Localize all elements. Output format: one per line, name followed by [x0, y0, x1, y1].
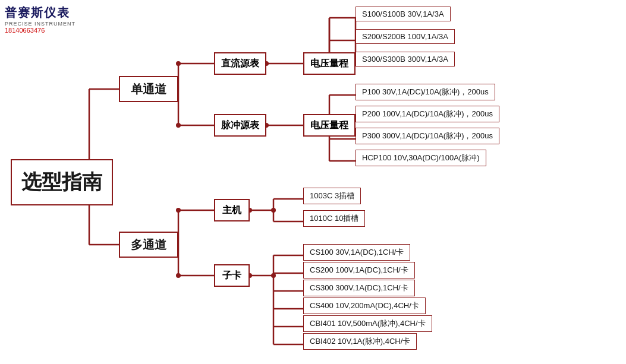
leaf-subcard-5: CBI402 10V,1A(脉冲),4CH/卡 [303, 333, 417, 350]
node-dc-voltage: 电压量程 [303, 52, 356, 75]
leaf-mainframe-1: 1010C 10插槽 [303, 210, 365, 227]
svg-point-42 [176, 273, 181, 278]
page-container: 普赛斯仪表 PRECISE INSTRUMENT 18140663476 [0, 0, 626, 364]
leaf-pulse-3: HCP100 10V,30A(DC)/100A(脉冲) [356, 150, 486, 166]
leaf-dc-1: S200/S200B 100V,1A/3A [356, 29, 455, 44]
leaf-mainframe-0-text: 1003C 3插槽 [310, 191, 354, 201]
leaf-pulse-0-text: P100 30V,1A(DC)/10A(脉冲)，200us [362, 87, 489, 97]
leaf-subcard-2: CS300 300V,1A(DC),1CH/卡 [303, 280, 415, 296]
logo-en: PRECISE INSTRUMENT [5, 21, 88, 27]
leaf-subcard-0: CS100 30V,1A(DC),1CH/卡 [303, 244, 410, 261]
svg-point-41 [176, 208, 181, 213]
leaf-pulse-0: P100 30V,1A(DC)/10A(脉冲)，200us [356, 84, 495, 100]
svg-point-36 [176, 123, 181, 128]
node-single-channel: 单通道 [119, 76, 178, 102]
leaf-subcard-0-text: CS100 30V,1A(DC),1CH/卡 [310, 247, 404, 258]
logo-phone: 18140663476 [5, 27, 88, 34]
node-subcard: 子卡 [214, 264, 250, 287]
leaf-pulse-1-text: P200 100V,1A(DC)/10A(脉冲)，200us [362, 109, 493, 119]
leaf-pulse-2: P300 300V,1A(DC)/10A(脉冲)，200us [356, 128, 499, 144]
leaf-subcard-2-text: CS300 300V,1A(DC),1CH/卡 [310, 283, 408, 293]
svg-point-46 [271, 273, 276, 278]
node-dc-source: 直流源表 [214, 52, 266, 75]
leaf-subcard-1-text: CS200 100V,1A(DC),1CH/卡 [310, 265, 408, 276]
leaf-pulse-1: P200 100V,1A(DC)/10A(脉冲)，200us [356, 106, 499, 122]
leaf-subcard-1: CS200 100V,1A(DC),1CH/卡 [303, 262, 415, 278]
leaf-dc-2: S300/S300B 300V,1A/3A [356, 52, 455, 67]
leaf-dc-0: S100/S100B 30V,1A/3A [356, 7, 451, 21]
leaf-mainframe-1-text: 1010C 10插槽 [310, 213, 358, 224]
logo-cn: 普赛斯仪表 [5, 5, 88, 21]
node-mainframe: 主机 [214, 199, 250, 221]
leaf-subcard-5-text: CBI402 10V,1A(脉冲),4CH/卡 [310, 336, 410, 347]
leaf-subcard-3: CS400 10V,200mA(DC),4CH/卡 [303, 297, 426, 314]
leaf-mainframe-0: 1003C 3插槽 [303, 188, 361, 204]
leaf-subcard-4: CBI401 10V,500mA(脉冲),4CH/卡 [303, 315, 432, 332]
leaf-pulse-2-text: P300 300V,1A(DC)/10A(脉冲)，200us [362, 131, 493, 141]
main-title: 选型指南 [11, 159, 113, 205]
node-pulse-voltage: 电压量程 [303, 114, 356, 137]
logo-area: 普赛斯仪表 PRECISE INSTRUMENT 18140663476 [5, 5, 88, 34]
svg-point-35 [176, 61, 181, 66]
node-pulse-source: 脉冲源表 [214, 114, 266, 137]
leaf-dc-1-text: S200/S200B 100V,1A/3A [362, 32, 448, 41]
leaf-subcard-4-text: CBI401 10V,500mA(脉冲),4CH/卡 [310, 318, 426, 329]
leaf-dc-2-text: S300/S300B 300V,1A/3A [362, 55, 448, 64]
leaf-subcard-3-text: CS400 10V,200mA(DC),4CH/卡 [310, 300, 419, 311]
svg-point-45 [271, 208, 276, 213]
leaf-pulse-3-text: HCP100 10V,30A(DC)/100A(脉冲) [362, 153, 480, 163]
node-multi-channel: 多通道 [119, 232, 178, 258]
leaf-dc-0-text: S100/S100B 30V,1A/3A [362, 10, 444, 18]
